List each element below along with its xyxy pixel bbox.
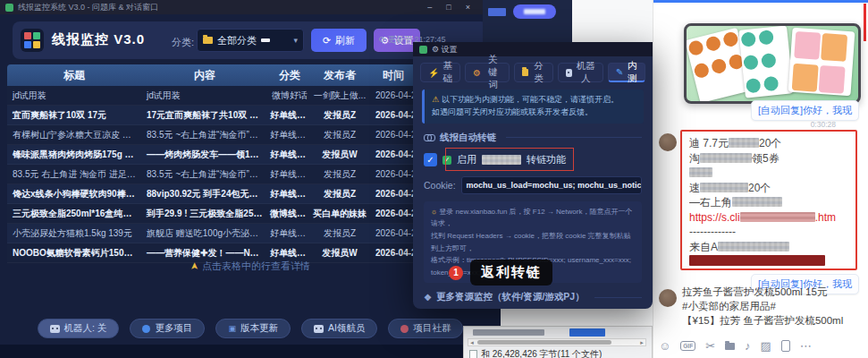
- maximize-button[interactable]: □: [446, 3, 451, 12]
- message-text: —右上角: [689, 196, 732, 209]
- message-text: .htm: [815, 211, 836, 224]
- message-text: 淘: [689, 152, 700, 165]
- tab-label: 分类: [532, 60, 544, 85]
- cell-c-title: 宜而爽船袜了10双 17元: [7, 109, 141, 122]
- censored-link-text[interactable]: [488, 8, 506, 16]
- cell-c-title: 83.5元 右上角进 淘金币 进足迹拍 有...: [7, 168, 141, 181]
- message-line: https://s.cli.htm: [689, 210, 848, 226]
- more-icon[interactable]: ⋯: [800, 339, 812, 353]
- censored-mosaic: [700, 183, 748, 192]
- close-button[interactable]: ×: [466, 3, 470, 12]
- tab-基础[interactable]: ⚡基础: [420, 63, 460, 82]
- scroll-left-icon[interactable]: ◂: [468, 339, 476, 346]
- dialog-title: ⚙ 设置: [432, 44, 458, 55]
- message-line: -------------: [689, 225, 848, 240]
- censored-primary-button[interactable]: [513, 4, 556, 19]
- robot-icon: [566, 69, 573, 77]
- col-content: 内容: [141, 68, 268, 83]
- relink-checkbox[interactable]: ✓: [424, 153, 437, 166]
- censored-file-text: [473, 329, 544, 336]
- minimize-button[interactable]: –: [427, 3, 432, 12]
- censored-mosaic: [740, 212, 815, 222]
- cell-c-pub: 发报员W: [311, 247, 368, 260]
- annotation-badge: 1: [449, 266, 463, 280]
- cell-c-cat: 好单线报-...: [268, 227, 311, 240]
- category-label: 分类:: [172, 36, 194, 49]
- globe-icon: [142, 325, 150, 333]
- window-bottom-strip: [0, 345, 501, 358]
- cell-c-content: 17元宜而爽船袜了共10双 秋季恒后石...: [141, 109, 268, 122]
- cell-c-content: 83.5元 ~右上角进“淘金币”进足迹...: [141, 168, 268, 181]
- message-text: 迪 7.7元: [689, 137, 729, 149]
- tab-关键词[interactable]: ⚙关键词: [465, 63, 510, 82]
- screenshot-scissors-icon[interactable]: ✂: [705, 339, 715, 353]
- product-image[interactable]: [684, 23, 861, 104]
- emoji-icon[interactable]: ☺: [659, 339, 670, 353]
- avatar[interactable]: [659, 289, 677, 307]
- message-line: [689, 166, 848, 181]
- section-relink: 线报自动转链: [424, 132, 642, 144]
- avatar[interactable]: [659, 133, 677, 151]
- censored-mosaic: [718, 242, 789, 251]
- page-title: 线报监控 V3.0: [52, 31, 145, 48]
- gif-icon[interactable]: GIF: [680, 341, 695, 351]
- cell-c-pub: 发报员Z: [311, 227, 368, 240]
- cookie-input[interactable]: mochu_us_load=mochu_us; mochu_us_notice: [461, 176, 642, 194]
- censored-mosaic: [689, 167, 712, 177]
- cell-c-content: jd试用装: [141, 90, 268, 102]
- lightning-icon: ⚡: [428, 68, 439, 78]
- screen-share-icon[interactable]: [781, 340, 790, 352]
- cell-c-title: jd试用装: [7, 90, 141, 102]
- cell-c-content: ——营养保健✚发！——NOOBO ...: [141, 247, 268, 260]
- tab-分类[interactable]: 分类: [514, 63, 553, 82]
- chevron-down-icon: ▾: [293, 36, 298, 45]
- cell-c-cat: 好单线报-...: [268, 149, 311, 161]
- file-icon[interactable]: [725, 343, 735, 350]
- dialog-titlebar: ⚙ 设置: [413, 42, 653, 56]
- footer-button-[interactable]: ▣版本更新: [215, 319, 291, 338]
- footer-button-[interactable]: 更多项目: [130, 319, 205, 338]
- cell-c-pub: 发报员Z: [311, 168, 368, 181]
- tab-内测[interactable]: ✎内测: [608, 63, 645, 82]
- cell-c-content: 到手29.9 ! 三元极致全脂250ml*16...: [141, 208, 268, 220]
- col-category: 分类: [268, 68, 311, 83]
- tab-机器人[interactable]: 机器人: [558, 63, 603, 82]
- audio-icon[interactable]: ♪: [745, 339, 751, 353]
- scrollbar-thumb[interactable]: [477, 340, 611, 345]
- red-annotated-message: 迪 7.7元20个淘领5券速20个—右上角https://s.cli.htm--…: [680, 130, 857, 270]
- cell-c-pub: 发报员Z: [311, 188, 368, 200]
- tab-label: 关键词: [485, 54, 501, 91]
- cell-c-title: 有棵树山宁参冰糖大豆凉皮 83.5元: [7, 129, 141, 141]
- censored-selected-item[interactable]: [569, 328, 605, 337]
- category-select[interactable]: 全部分类 ▾: [197, 29, 304, 52]
- cell-c-cat: 微博线报-...: [268, 208, 311, 220]
- cell-c-pub: 买白单的妹妹: [311, 208, 368, 220]
- dialog-tabs: ⚡基础⚙关键词分类机器人✎内测: [413, 56, 653, 87]
- censored-mosaic: [729, 138, 759, 148]
- cell-c-pub: 发报员Z: [311, 109, 368, 122]
- image-icon[interactable]: ▨: [761, 339, 771, 353]
- beta-warning: ⚠以下功能为内测功能，可能不稳定，请谨慎开启。 如遇问题可关闭对应功能或联系开发…: [422, 90, 644, 124]
- tab-label: 基础: [442, 60, 452, 85]
- horizontal-scrollbar[interactable]: ◂ ▸: [468, 338, 646, 346]
- robot-icon: [314, 325, 324, 333]
- message-text: 速: [689, 182, 700, 194]
- enable-relink-row: ✓ ✓ 启用 转链功能: [424, 151, 642, 169]
- tab-label: 机器人: [576, 60, 595, 85]
- red-annotation-edge: [864, 4, 866, 41]
- footer-button-label: 机器人: 关: [64, 322, 107, 335]
- footer-button-[interactable]: 机器人: 关: [38, 319, 120, 338]
- footer-button-[interactable]: 项目社群: [388, 319, 463, 338]
- message-line: —右上角: [689, 195, 848, 210]
- cell-c-title: 锋味派黑猪肉烤肉烤肠175g 任选5件...: [7, 149, 141, 161]
- scroll-right-icon[interactable]: ▸: [638, 339, 645, 346]
- cell-c-content: 88vip30.92元 到手24包无敌签4.48...: [141, 188, 268, 200]
- app-icon: [5, 4, 13, 12]
- footer-button-label: AI领航员: [328, 322, 365, 335]
- wrench-icon: ⚙: [473, 68, 481, 78]
- annotation-box-1: [445, 148, 574, 171]
- refresh-button[interactable]: ⟳ 刷新: [311, 29, 367, 52]
- footer-button-AI[interactable]: AI领航员: [301, 319, 377, 338]
- footer-toolbar: 机器人: 关更多项目▣版本更新AI领航员项目社群: [0, 319, 501, 338]
- censored-mosaic: [732, 197, 782, 207]
